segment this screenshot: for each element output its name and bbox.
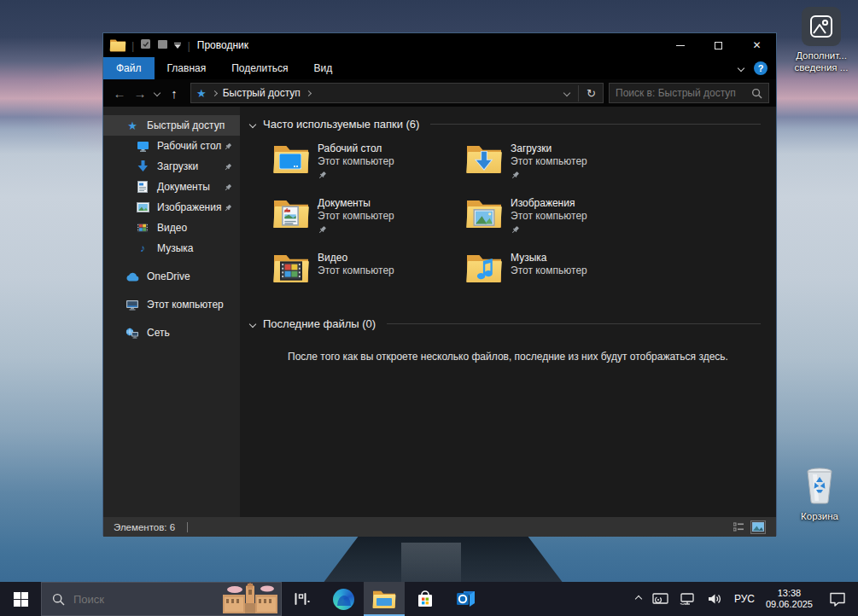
breadcrumb-chevron-icon-2[interactable] xyxy=(306,90,312,96)
breadcrumb-root[interactable]: Быстрый доступ xyxy=(223,87,301,99)
forward-button[interactable]: → xyxy=(132,86,148,101)
close-button[interactable]: ✕ xyxy=(738,33,776,57)
microsoft-store-button[interactable] xyxy=(405,582,446,616)
folder-tile-music[interactable]: Музыка Этот компьютер xyxy=(467,252,660,297)
downloads-icon xyxy=(136,160,149,173)
file-explorer-button[interactable] xyxy=(364,582,405,616)
section-recent-title: Последние файлы (0) xyxy=(263,317,376,330)
recent-locations-icon[interactable] xyxy=(154,90,161,96)
minimize-button[interactable] xyxy=(661,33,699,57)
search-icon[interactable] xyxy=(751,88,762,99)
tray-volume-icon[interactable] xyxy=(707,592,723,606)
pictures-glyph-icon xyxy=(472,209,496,226)
tab-view[interactable]: Вид xyxy=(301,57,345,79)
up-button[interactable]: ↑ xyxy=(166,86,182,101)
start-button[interactable] xyxy=(0,582,41,616)
store-icon xyxy=(416,589,435,609)
edge-browser-button[interactable] xyxy=(323,582,364,616)
caption-buttons: ✕ xyxy=(661,33,776,57)
address-bar[interactable]: ★ Быстрый доступ ↻ xyxy=(190,83,604,103)
network-icon xyxy=(125,326,139,340)
title-bar[interactable]: | | Проводник ✕ xyxy=(103,33,776,57)
edge-icon xyxy=(333,589,354,610)
system-tray: РУС 13:38 09.06.2025 xyxy=(636,582,858,616)
folder-tile-pictures[interactable]: Изображения Этот компьютер xyxy=(467,197,660,242)
desktop-icon-info[interactable]: Дополнит... сведения ... xyxy=(788,7,855,73)
help-icon[interactable]: ? xyxy=(754,61,768,75)
section-rule xyxy=(430,124,761,125)
file-explorer-icon xyxy=(373,590,395,608)
explorer-search-input[interactable] xyxy=(616,87,746,99)
desktop-icon-info-label-2: сведения ... xyxy=(788,61,855,73)
back-button[interactable]: ← xyxy=(112,86,127,101)
outlook-icon xyxy=(455,589,477,609)
maximize-button[interactable] xyxy=(699,33,738,57)
clock-date: 09.06.2025 xyxy=(766,599,813,610)
clock[interactable]: 13:38 09.06.2025 xyxy=(766,588,813,610)
videos-icon xyxy=(136,221,149,235)
expand-ribbon-icon[interactable] xyxy=(738,65,744,72)
sidebar-item-documents[interactable]: Документы xyxy=(103,177,240,197)
pin-icon xyxy=(224,203,232,215)
tab-share[interactable]: Поделиться xyxy=(219,57,301,79)
pin-icon xyxy=(224,183,232,195)
collapse-section-icon[interactable] xyxy=(249,320,256,327)
tray-network-icon[interactable] xyxy=(680,592,696,606)
sidebar-item-downloads[interactable]: Загрузки xyxy=(103,156,240,177)
outlook-button[interactable] xyxy=(446,582,487,616)
sidebar-item-this-pc[interactable]: Этот компьютер xyxy=(103,294,240,315)
sidebar-item-pictures[interactable]: Изображения xyxy=(103,197,240,218)
documents-icon xyxy=(136,180,149,194)
tray-connect-icon[interactable] xyxy=(652,592,668,606)
sidebar-item-quick-access[interactable]: ★ Быстрый доступ xyxy=(103,115,240,136)
section-recent-files[interactable]: Последние файлы (0) xyxy=(240,297,776,330)
wallpaper-pier-highlight xyxy=(401,543,461,584)
details-view-button[interactable] xyxy=(731,520,746,534)
thumbnail-view-button[interactable] xyxy=(750,520,766,534)
tab-file[interactable]: Файл xyxy=(103,57,155,79)
content-pane: Часто используемые папки (6) Рабочий сто… xyxy=(240,107,776,517)
folder-tile-desktop[interactable]: Рабочий стол Этот компьютер xyxy=(274,142,467,188)
taskbar-search-input[interactable] xyxy=(73,593,211,606)
items-count: Элементов: 6 xyxy=(114,522,175,532)
desktop-glyph-icon xyxy=(279,154,301,171)
pin-icon xyxy=(511,225,587,235)
status-bar: Элементов: 6 xyxy=(103,517,776,537)
search-icon xyxy=(52,593,65,606)
collapse-section-icon[interactable] xyxy=(249,120,256,127)
desktop-icon-info-label-1: Дополнит... xyxy=(788,49,855,61)
status-separator xyxy=(187,522,188,532)
task-view-button[interactable] xyxy=(282,582,323,616)
quick-access-star-icon: ★ xyxy=(125,119,139,132)
action-center-icon[interactable] xyxy=(829,591,846,607)
taskbar-search-box[interactable] xyxy=(41,582,282,616)
search-highlight-image[interactable] xyxy=(219,583,281,615)
language-indicator[interactable]: РУС xyxy=(734,593,755,605)
sidebar-item-desktop[interactable]: Рабочий стол xyxy=(103,136,240,156)
ribbon-tabs: Файл Главная Поделиться Вид ? xyxy=(103,57,776,79)
explorer-search-box[interactable] xyxy=(609,83,769,103)
folder-tile-videos[interactable]: Видео Этот компьютер xyxy=(274,252,467,297)
windows-logo-icon xyxy=(14,592,28,607)
recycle-bin-label: Корзина xyxy=(786,510,853,522)
tab-home[interactable]: Главная xyxy=(155,57,219,79)
navigation-pane: ★ Быстрый доступ Рабочий стол xyxy=(103,107,240,517)
section-frequent-folders[interactable]: Часто используемые папки (6) xyxy=(240,107,776,131)
refresh-icon[interactable]: ↻ xyxy=(578,85,598,102)
address-dropdown-icon[interactable] xyxy=(563,90,570,96)
frequent-folders-grid: Рабочий стол Этот компьютер Загрузки Это… xyxy=(274,142,776,297)
breadcrumb-chevron-icon[interactable] xyxy=(212,90,218,96)
folder-tile-downloads[interactable]: Загрузки Этот компьютер xyxy=(467,142,660,188)
sidebar-item-music[interactable]: ♪ Музыка xyxy=(103,238,240,259)
sidebar-item-network[interactable]: Сеть xyxy=(103,323,240,343)
tray-expand-icon[interactable] xyxy=(635,596,642,602)
sidebar-item-videos[interactable]: Видео xyxy=(103,218,240,238)
explorer-window: | | Проводник ✕ Фай xyxy=(102,32,777,536)
quick-access-toolbar: | | xyxy=(110,38,190,53)
properties-icon[interactable] xyxy=(140,38,151,53)
new-folder-icon[interactable] xyxy=(157,38,168,53)
sidebar-item-onedrive[interactable]: OneDrive xyxy=(103,266,240,287)
customize-qat-icon[interactable] xyxy=(174,43,181,49)
desktop-icon-recycle-bin[interactable]: Корзина xyxy=(786,466,853,522)
folder-tile-documents[interactable]: A Документы Этот компьютер xyxy=(274,197,467,242)
